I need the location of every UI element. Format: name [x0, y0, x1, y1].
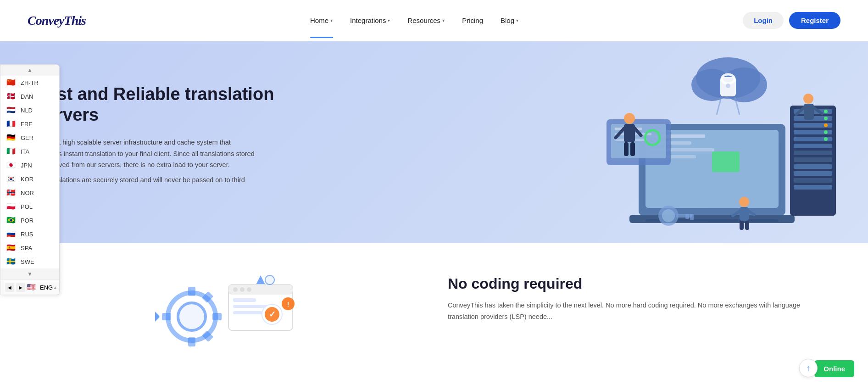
svg-point-31: [824, 117, 828, 120]
lang-item[interactable]: 🇫🇷FRE: [0, 117, 59, 131]
gear-illustration: ✓ !: [155, 271, 302, 353]
svg-rect-80: [233, 311, 263, 314]
lang-item[interactable]: 🇯🇵JPN: [0, 158, 59, 172]
lang-item[interactable]: 🇩🇰DAN: [0, 89, 59, 103]
lang-item[interactable]: 🇧🇷POR: [0, 213, 59, 227]
lang-scroll-down[interactable]: ▼: [0, 268, 59, 279]
svg-rect-74: [228, 285, 293, 295]
svg-point-75: [233, 287, 238, 292]
svg-rect-68: [162, 313, 171, 320]
lang-code: FRE: [21, 121, 33, 128]
lang-item[interactable]: 🇵🇱POL: [0, 200, 59, 213]
lang-scroll-up[interactable]: ▲: [0, 65, 59, 76]
lang-code: POR: [21, 217, 33, 224]
lang-item[interactable]: 🇨🇳ZH-TR: [0, 76, 59, 89]
svg-text:!: !: [287, 301, 289, 308]
lang-nav-left[interactable]: ◀: [5, 283, 14, 292]
svg-rect-23: [794, 144, 832, 148]
nav-item-home[interactable]: Home ▾: [304, 13, 339, 28]
svg-point-30: [824, 110, 828, 113]
svg-rect-66: [188, 337, 195, 346]
lang-item[interactable]: 🇸🇪SWE: [0, 255, 59, 268]
svg-rect-51: [630, 142, 635, 156]
flag-icon: 🇸🇪: [5, 257, 17, 266]
svg-rect-29: [794, 185, 832, 190]
svg-rect-78: [233, 298, 256, 302]
flag-icon: 🇧🇷: [5, 216, 17, 224]
flag-icon: 🇯🇵: [5, 161, 17, 169]
bottom-right-content: No coding required ConveyThis has taken …: [448, 271, 831, 353]
svg-point-86: [265, 275, 274, 285]
svg-rect-61: [745, 221, 749, 230]
svg-rect-24: [794, 151, 832, 155]
language-list: 🇨🇳ZH-TR🇩🇰DAN🇳🇱NLD🇫🇷FRE🇩🇪GER🇮🇹ITA🇯🇵JPN🇰🇷K…: [0, 76, 59, 268]
flag-icon: 🇩🇰: [5, 92, 17, 101]
svg-rect-57: [740, 207, 749, 221]
nav-item-integrations[interactable]: Integrations ▾: [344, 13, 396, 28]
hero-description: We built high scalable server infrastruc…: [37, 137, 257, 197]
svg-point-33: [824, 130, 828, 134]
flag-icon: 🇫🇷: [5, 120, 17, 128]
hero-content: Fast and Reliable translation servers We…: [37, 84, 275, 201]
svg-point-52: [803, 94, 813, 104]
nav-item-pricing[interactable]: Pricing: [456, 13, 490, 28]
current-lang[interactable]: 🇺🇸 ENG: [25, 283, 53, 291]
lang-item[interactable]: 🇳🇴NOR: [0, 186, 59, 200]
nav-item-resources[interactable]: Resources ▾: [401, 13, 451, 28]
nav-actions: Login Register: [743, 12, 840, 29]
current-lang-code: ENG: [40, 284, 53, 291]
svg-rect-53: [804, 104, 814, 120]
svg-text:✓: ✓: [269, 310, 276, 319]
flag-icon: 🇨🇳: [5, 78, 17, 87]
lang-code: SWE: [21, 258, 34, 265]
svg-point-77: [247, 287, 251, 292]
register-button[interactable]: Register: [789, 12, 840, 29]
flag-icon: 🇷🇺: [5, 230, 17, 238]
svg-rect-25: [794, 157, 832, 162]
lang-code: KOR: [21, 176, 33, 183]
navbar: ConveyThis Home ▾ Integrations ▾ Resourc…: [0, 0, 868, 41]
svg-rect-14: [712, 151, 740, 172]
flag-icon: 🇳🇴: [5, 189, 17, 197]
svg-rect-27: [794, 171, 832, 176]
lang-item[interactable]: 🇩🇪GER: [0, 131, 59, 145]
lang-nav-right[interactable]: ▶: [16, 283, 25, 292]
hero-desc-2: All translations are securely stored and…: [37, 174, 257, 197]
online-badge[interactable]: Online: [814, 360, 854, 377]
lang-code: DAN: [21, 93, 33, 100]
language-widget: ▲ 🇨🇳ZH-TR🇩🇰DAN🇳🇱NLD🇫🇷FRE🇩🇪GER🇮🇹ITA🇯🇵JPN🇰…: [0, 64, 60, 295]
svg-point-64: [178, 303, 206, 330]
lang-expand-icon[interactable]: ▲: [53, 285, 57, 290]
svg-rect-45: [685, 214, 689, 219]
lang-code: SPA: [21, 245, 32, 251]
hero-title: Fast and Reliable translation servers: [37, 84, 275, 126]
login-button[interactable]: Login: [743, 12, 784, 29]
nav-links: Home ▾ Integrations ▾ Resources ▾ Pricin…: [304, 13, 525, 28]
svg-rect-60: [740, 221, 744, 230]
flag-icon: 🇮🇹: [5, 147, 17, 156]
lang-footer: ◀ ▶ 🇺🇸 ENG ▲: [0, 279, 59, 295]
svg-rect-44: [690, 214, 694, 220]
svg-rect-47: [624, 124, 635, 142]
lang-item[interactable]: 🇪🇸SPA: [0, 241, 59, 255]
chevron-down-icon: ▾: [330, 18, 333, 23]
lang-item[interactable]: 🇰🇷KOR: [0, 172, 59, 186]
svg-point-46: [624, 113, 635, 124]
svg-rect-43: [676, 214, 692, 218]
brand-logo[interactable]: ConveyThis: [28, 13, 86, 28]
lang-code: GER: [21, 134, 33, 141]
scroll-top-button[interactable]: ↑: [799, 359, 818, 377]
lang-nav: ◀ ▶: [5, 283, 25, 292]
chevron-down-icon: ▾: [516, 18, 518, 23]
svg-rect-72: [155, 312, 160, 323]
svg-point-5: [726, 84, 730, 88]
lang-item[interactable]: 🇳🇱NLD: [0, 103, 59, 117]
lang-item[interactable]: 🇷🇺RUS: [0, 227, 59, 241]
lang-code: NLD: [21, 107, 33, 114]
lang-code: POL: [21, 203, 33, 210]
flag-icon: 🇳🇱: [5, 106, 17, 114]
bottom-section: ✓ ! No coding required ConveyThis has ta…: [0, 243, 868, 381]
hero-section: Fast and Reliable translation servers We…: [0, 41, 868, 243]
nav-item-blog[interactable]: Blog ▾: [494, 13, 525, 28]
lang-item[interactable]: 🇮🇹ITA: [0, 145, 59, 158]
